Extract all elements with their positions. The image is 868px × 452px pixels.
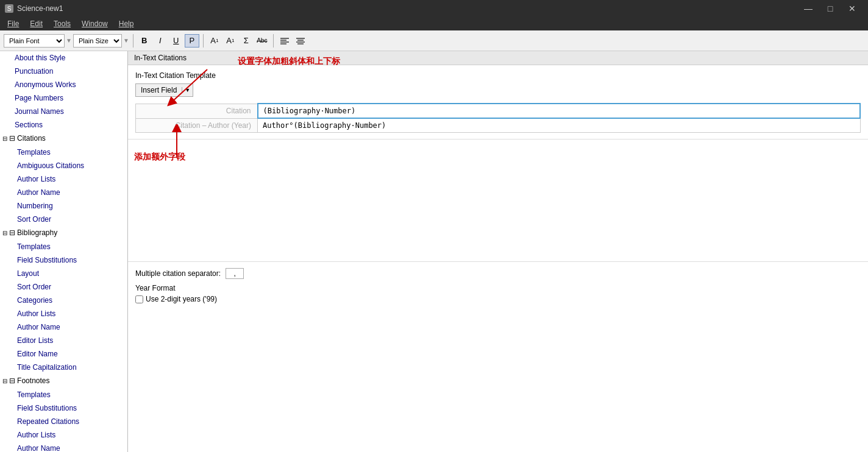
italic-button[interactable]: I bbox=[153, 34, 168, 48]
insert-field-button[interactable]: Insert Field ▼ bbox=[135, 83, 193, 97]
superscript-button[interactable]: A1 bbox=[207, 34, 222, 48]
year-checkbox-row: Use 2-digit years ('99) bbox=[135, 295, 861, 303]
sidebar-item-footnotes-field-subs[interactable]: Field Substitutions bbox=[0, 401, 127, 415]
sidebar-item-bibliography-author-lists[interactable]: Author Lists bbox=[0, 307, 127, 320]
title-bar: S Science-new1 — □ ✕ bbox=[0, 0, 868, 17]
year-checkbox-label: Use 2-digit years ('99) bbox=[146, 295, 217, 303]
sidebar-item-bibliography-author-name[interactable]: Author Name bbox=[0, 320, 127, 334]
separator-row: Multiple citation separator: bbox=[135, 268, 861, 279]
window-controls: — □ ✕ bbox=[797, 0, 863, 17]
sidebar-item-footnotes-templates[interactable]: Templates bbox=[0, 388, 127, 401]
plain-button[interactable]: P bbox=[185, 34, 199, 48]
font-select[interactable]: Plain Font bbox=[4, 34, 65, 48]
maximize-button[interactable]: □ bbox=[819, 0, 841, 17]
abc-button[interactable]: Abc bbox=[255, 34, 269, 48]
insert-field-arrow[interactable]: ▼ bbox=[182, 87, 193, 93]
bottom-panel: Multiple citation separator: Year Format… bbox=[128, 261, 868, 309]
sidebar-item-ambiguous[interactable]: Ambiguous Citations bbox=[0, 159, 127, 172]
menu-edit[interactable]: Edit bbox=[25, 18, 48, 29]
sidebar-item-footnotes-author-name[interactable]: Author Name bbox=[0, 442, 127, 452]
citation-author-label-cell: Citation – Author (Year) bbox=[136, 118, 258, 133]
citation-row: Citation (Bibliography·Number) bbox=[136, 104, 861, 118]
subscript-button[interactable]: A1 bbox=[223, 34, 238, 48]
panel-header: In-Text Citations bbox=[128, 51, 868, 65]
underline-button[interactable]: U bbox=[169, 34, 183, 48]
year-format-title: Year Format bbox=[135, 284, 861, 292]
sidebar-item-citations[interactable]: ⊟ Citations bbox=[0, 132, 127, 146]
menu-help[interactable]: Help bbox=[114, 18, 139, 29]
minimize-button[interactable]: — bbox=[797, 0, 819, 17]
separator-label: Multiple citation separator: bbox=[135, 269, 221, 278]
sidebar-item-bibliography-editor-name[interactable]: Editor Name bbox=[0, 347, 127, 361]
citation-author-label: Citation – Author (Year) bbox=[176, 121, 251, 130]
citation-value: (Bibliography·Number) bbox=[263, 107, 356, 115]
window-title: Science-new1 bbox=[17, 4, 63, 13]
citation-table: Citation (Bibliography·Number) Citation … bbox=[135, 103, 861, 133]
toolbar-sep-3 bbox=[273, 34, 274, 48]
sidebar-item-bibliography-templates[interactable]: Templates bbox=[0, 240, 127, 253]
sidebar-item-footnotes-author-lists[interactable]: Author Lists bbox=[0, 428, 127, 442]
sidebar-item-sections[interactable]: Sections bbox=[0, 118, 127, 132]
size-select[interactable]: Plain Size bbox=[73, 34, 122, 48]
main-layout: About this Style Punctuation Anonymous W… bbox=[0, 51, 868, 452]
sidebar-item-bibliography-editor-lists[interactable]: Editor Lists bbox=[0, 334, 127, 347]
sidebar-item-anonymous[interactable]: Anonymous Works bbox=[0, 78, 127, 91]
sidebar-item-page-numbers[interactable]: Page Numbers bbox=[0, 91, 127, 105]
menu-bar: File Edit Tools Window Help bbox=[0, 17, 868, 30]
citation-author-row: Citation – Author (Year) Author°(Bibliog… bbox=[136, 118, 861, 133]
align-center-button[interactable] bbox=[293, 34, 308, 48]
sidebar-item-about[interactable]: About this Style bbox=[0, 51, 127, 65]
citation-value-cell[interactable]: (Bibliography·Number) bbox=[258, 104, 861, 118]
sidebar-item-citations-templates[interactable]: Templates bbox=[0, 146, 127, 159]
citation-author-value: Author°(Bibliography·Number) bbox=[263, 121, 386, 130]
bold-button[interactable]: B bbox=[137, 34, 152, 48]
menu-window[interactable]: Window bbox=[77, 18, 113, 29]
content-wrapper: In-Text Citations In-Text Citation Templ… bbox=[128, 51, 868, 452]
sidebar-item-footnotes[interactable]: ⊟ Footnotes bbox=[0, 374, 127, 388]
sigma-button[interactable]: Σ bbox=[239, 34, 254, 48]
section-title: In-Text Citation Template bbox=[135, 71, 861, 80]
separator-input[interactable] bbox=[226, 268, 244, 279]
citation-template-section: In-Text Citation Template Insert Field ▼… bbox=[128, 65, 868, 139]
sidebar-item-bibliography-sort-order[interactable]: Sort Order bbox=[0, 280, 127, 294]
citation-label-cell: Citation bbox=[136, 104, 258, 118]
sidebar-item-citations-author-name[interactable]: Author Name bbox=[0, 186, 127, 199]
sidebar-item-repeated-citations[interactable]: Repeated Citations bbox=[0, 415, 127, 428]
sidebar-item-bibliography[interactable]: ⊟ Bibliography bbox=[0, 226, 127, 240]
content-area: In-Text Citations In-Text Citation Templ… bbox=[128, 51, 868, 309]
menu-tools[interactable]: Tools bbox=[49, 18, 76, 29]
sidebar-item-bibliography-field-subs[interactable]: Field Substitutions bbox=[0, 253, 127, 267]
year-checkbox[interactable] bbox=[135, 295, 143, 303]
toolbar: Plain Font ▼ Plain Size ▼ B I U P A1 A1 … bbox=[0, 30, 868, 51]
menu-file[interactable]: File bbox=[2, 18, 24, 29]
sidebar-item-categories[interactable]: Categories bbox=[0, 294, 127, 307]
sidebar-item-numbering[interactable]: Numbering bbox=[0, 199, 127, 213]
insert-field-label: Insert Field bbox=[136, 86, 182, 94]
sidebar-item-title-cap[interactable]: Title Capitalization bbox=[0, 361, 127, 374]
sidebar-item-layout[interactable]: Layout bbox=[0, 267, 127, 280]
sidebar-item-punctuation[interactable]: Punctuation bbox=[0, 65, 127, 78]
sidebar-item-citations-sort-order[interactable]: Sort Order bbox=[0, 213, 127, 226]
sidebar-item-citations-author-lists[interactable]: Author Lists bbox=[0, 172, 127, 186]
align-left-button[interactable] bbox=[277, 34, 292, 48]
toolbar-sep-2 bbox=[203, 34, 204, 48]
sidebar-item-journal-names[interactable]: Journal Names bbox=[0, 105, 127, 118]
toolbar-sep-1 bbox=[133, 34, 133, 48]
close-button[interactable]: ✕ bbox=[841, 0, 863, 17]
sidebar: About this Style Punctuation Anonymous W… bbox=[0, 51, 128, 452]
citation-author-value-cell[interactable]: Author°(Bibliography·Number) bbox=[258, 118, 861, 133]
content-spacer bbox=[128, 139, 868, 261]
app-icon: S bbox=[5, 4, 13, 13]
